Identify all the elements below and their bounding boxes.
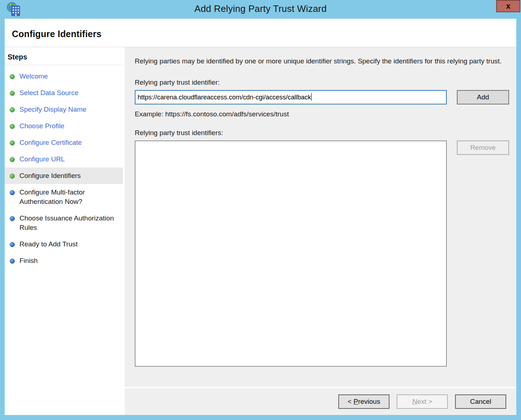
step-label: Finish: [19, 256, 38, 265]
identifier-input[interactable]: https://carena.cloudflareaccess.com/cdn-…: [135, 90, 447, 104]
step-label: Specify Display Name: [19, 105, 86, 114]
step-status-icon: [10, 259, 15, 264]
sidebar-step-choose-profile[interactable]: Choose Profile: [5, 118, 123, 134]
identifiers-listbox[interactable]: [135, 140, 447, 367]
step-status-icon: [10, 216, 15, 221]
add-button[interactable]: Add: [457, 90, 509, 104]
step-label: Select Data Source: [19, 88, 79, 98]
sidebar-step-ready-to-add-trust[interactable]: Ready to Add Trust: [5, 236, 123, 253]
step-status-icon: [10, 74, 15, 79]
client-area: Configure Identifiers Steps WelcomeSelec…: [5, 19, 516, 415]
main-panel: Relying parties may be identified by one…: [125, 47, 516, 387]
page-title: Configure Identifiers: [12, 29, 516, 39]
close-button[interactable]: x: [496, 0, 520, 12]
step-status-icon: [10, 124, 15, 129]
sidebar-step-configure-certificate[interactable]: Configure Certificate: [5, 134, 123, 151]
step-label: Configure Identifiers: [19, 171, 81, 180]
title-bar: Add Relying Party Trust Wizard x: [0, 0, 521, 19]
step-status-icon: [10, 242, 15, 247]
cancel-button[interactable]: Cancel: [455, 394, 506, 409]
step-label: Choose Issuance Authorization Rules: [19, 214, 119, 232]
step-status-icon: [10, 107, 15, 112]
sidebar-step-configure-identifiers[interactable]: Configure Identifiers: [5, 167, 123, 184]
step-label: Ready to Add Trust: [19, 240, 78, 249]
sidebar-step-select-data-source[interactable]: Select Data Source: [5, 85, 123, 101]
text-caret: [311, 93, 312, 101]
footer-bar: < Previous Next > Cancel: [125, 388, 516, 415]
sidebar-step-configure-url[interactable]: Configure URL: [5, 151, 123, 167]
sidebar-step-configure-multi-factor-authentication-now[interactable]: Configure Multi-factor Authentication No…: [5, 184, 123, 210]
remove-button[interactable]: Remove: [457, 140, 509, 155]
window-title: Add Relying Party Trust Wizard: [0, 3, 521, 14]
step-label: Welcome: [19, 72, 48, 81]
step-status-icon: [10, 91, 15, 96]
sidebar-step-welcome[interactable]: Welcome: [5, 68, 123, 85]
step-label: Configure Multi-factor Authentication No…: [19, 188, 119, 206]
sidebar-step-finish[interactable]: Finish: [5, 253, 123, 269]
step-label: Configure Certificate: [19, 138, 82, 147]
step-status-icon: [10, 157, 15, 162]
identifiers-list-label: Relying party trust identifiers:: [135, 129, 509, 137]
page-header: Configure Identifiers: [5, 19, 516, 47]
step-status-icon: [10, 140, 15, 146]
next-button[interactable]: Next >: [397, 394, 448, 409]
example-text: Example: https://fs.contoso.com/adfs/ser…: [135, 110, 509, 118]
previous-button[interactable]: < Previous: [338, 394, 389, 409]
steps-sidebar: Steps WelcomeSelect Data SourceSpecify D…: [5, 47, 123, 415]
identifier-input-label: Relying party trust identifier:: [135, 79, 509, 86]
sidebar-step-choose-issuance-authorization-rules[interactable]: Choose Issuance Authorization Rules: [5, 210, 123, 236]
identifier-input-value: https://carena.cloudflareaccess.com/cdn-…: [138, 94, 311, 101]
sidebar-step-specify-display-name[interactable]: Specify Display Name: [5, 101, 123, 118]
steps-heading: Steps: [5, 52, 123, 65]
step-status-icon: [10, 174, 15, 179]
step-status-icon: [10, 190, 15, 195]
step-label: Choose Profile: [19, 121, 64, 131]
step-label: Configure URL: [19, 155, 65, 164]
wizard-window: Add Relying Party Trust Wizard x Configu…: [0, 0, 521, 420]
intro-text: Relying parties may be identified by one…: [135, 56, 506, 66]
steps-list: WelcomeSelect Data SourceSpecify Display…: [5, 68, 123, 269]
